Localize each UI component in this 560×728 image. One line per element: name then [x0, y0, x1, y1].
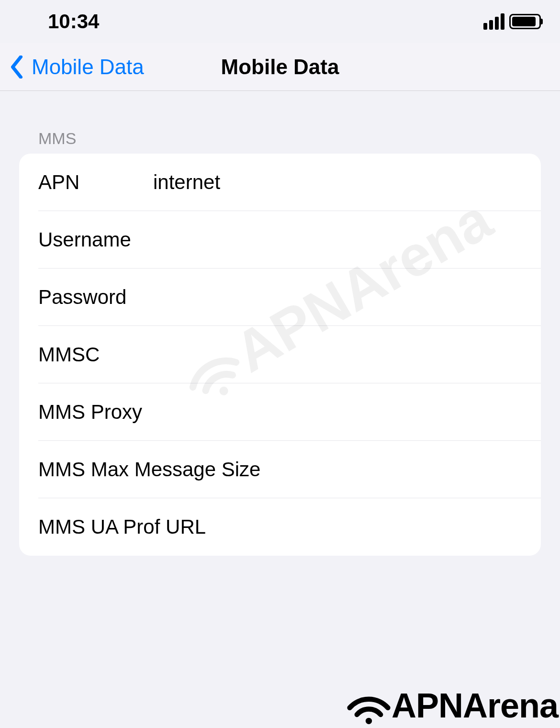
mms-ua-prof-input[interactable] [206, 515, 522, 538]
mms-ua-prof-label: MMS UA Prof URL [38, 515, 206, 538]
mmsc-input[interactable] [153, 343, 522, 366]
password-label: Password [38, 286, 153, 309]
status-bar: 10:34 [0, 0, 560, 43]
apn-row[interactable]: APN [19, 154, 541, 211]
mms-proxy-input[interactable] [142, 401, 522, 424]
navigation-bar: Mobile Data Mobile Data [0, 43, 560, 91]
apn-input[interactable] [153, 171, 522, 194]
mmsc-label: MMSC [38, 343, 153, 366]
wifi-icon [346, 686, 392, 725]
brand-text: APNArena [392, 686, 558, 725]
mms-proxy-label: MMS Proxy [38, 401, 142, 424]
status-indicators [483, 13, 541, 30]
apn-label: APN [38, 171, 153, 194]
password-row[interactable]: Password [19, 269, 541, 326]
mms-max-size-row[interactable]: MMS Max Message Size [19, 441, 541, 498]
cellular-signal-icon [483, 13, 504, 30]
back-label: Mobile Data [32, 55, 144, 79]
brand-logo: APNArena [346, 686, 558, 725]
svg-point-1 [366, 718, 372, 724]
mms-max-size-input[interactable] [260, 458, 522, 481]
page-title: Mobile Data [221, 55, 339, 79]
mms-max-size-label: MMS Max Message Size [38, 458, 260, 481]
content: MMS APN Username Password MMSC MMS Proxy… [0, 91, 560, 556]
battery-icon [509, 14, 541, 29]
section-header-mms: MMS [19, 91, 541, 154]
password-input[interactable] [153, 286, 522, 309]
username-label: Username [38, 228, 153, 251]
mms-proxy-row[interactable]: MMS Proxy [19, 383, 541, 441]
username-input[interactable] [153, 228, 522, 251]
back-button[interactable]: Mobile Data [0, 55, 144, 79]
status-time: 10:34 [48, 10, 99, 33]
username-row[interactable]: Username [19, 211, 541, 269]
mmsc-row[interactable]: MMSC [19, 326, 541, 383]
mms-ua-prof-row[interactable]: MMS UA Prof URL [19, 498, 541, 556]
mms-settings-group: APN Username Password MMSC MMS Proxy MMS… [19, 154, 541, 556]
chevron-left-icon [10, 56, 24, 78]
